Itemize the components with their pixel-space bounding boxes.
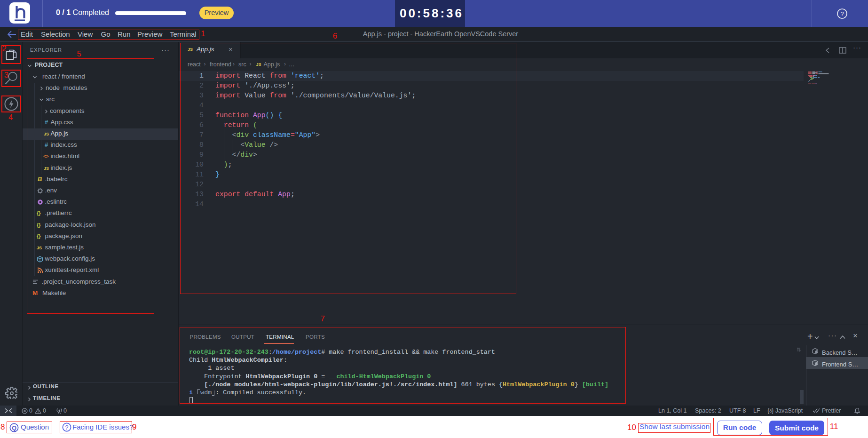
- svg-text:?: ?: [840, 10, 844, 17]
